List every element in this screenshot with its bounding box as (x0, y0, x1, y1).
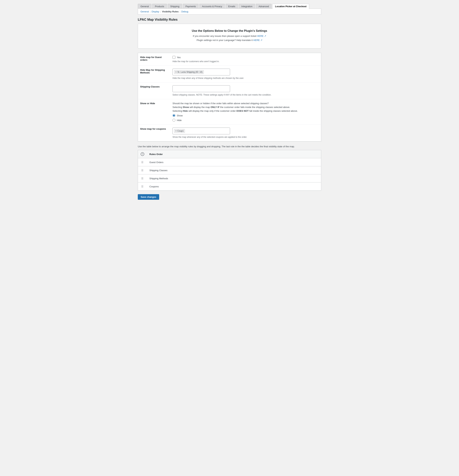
sub-navigation: General | Display | Visibility Rules | D… (138, 9, 321, 15)
coupon-tag: × Coup1 (174, 129, 185, 133)
sub-nav-debug[interactable]: Debug (181, 10, 188, 13)
row-hide-guest: Hide map for Guest orders Yes Hide the m… (138, 53, 321, 66)
rules-table-header-row: ? Rules Order (138, 150, 321, 158)
label-hide-shipping-methods: Hide Map for Shipping Methods (138, 66, 170, 82)
only-if-bold: ONLY IF (211, 106, 220, 109)
row-show-or-hide: Show or Hide Should the map be shown or … (138, 99, 321, 125)
info-box-link1[interactable]: HERE ↗ (257, 35, 266, 37)
info-box-line2: Plugin settings not in your Language? He… (141, 39, 318, 42)
info-box: Use the Options Below to Change the Plug… (138, 24, 321, 49)
tab-emails[interactable]: Emails (226, 4, 238, 9)
tab-general[interactable]: General (138, 4, 151, 9)
checkbox-hide-guest[interactable] (172, 56, 175, 59)
label-show-or-hide: Show or Hide (138, 99, 170, 125)
desc-hide-shipping-methods: Hide the map when any of these shipping … (172, 77, 319, 79)
tab-shipping[interactable]: Shipping (168, 4, 182, 9)
row-hide-shipping-methods: Hide Map for Shipping Methods × St. Luci… (138, 66, 321, 82)
shipping-method-tag-value: St. Lucia Shipping (ID: 10) (177, 71, 203, 73)
page-title: LPAC Map Visibility Rules (138, 18, 321, 22)
shipping-method-tag: × St. Lucia Shipping (ID: 10) (174, 70, 204, 74)
info-box-link2[interactable]: HERE ↗ (253, 39, 262, 42)
table-row: ☰ Shipping Methods (138, 174, 321, 182)
tab-payments[interactable]: Payments (183, 4, 199, 9)
radio-show-text: Show (177, 114, 183, 117)
rules-section: Use the table below to arrange the map v… (138, 145, 321, 191)
rules-table-body: ☰ Guest Orders ☰ Shipping Classes ☰ Ship… (138, 158, 321, 191)
info-box-heading: Use the Options Below to Change the Plug… (141, 29, 318, 33)
coupon-tag-value: Coup1 (177, 130, 184, 132)
settings-wrapper: Hide map for Guest orders Yes Hide the m… (138, 53, 321, 142)
radio-hide-label[interactable]: Hide (172, 119, 319, 122)
tab-products[interactable]: Products (152, 4, 167, 9)
shipping-methods-input[interactable]: × St. Lucia Shipping (ID: 10) (172, 69, 230, 76)
sub-nav-general[interactable]: General (141, 10, 149, 13)
sub-nav-visibility-rules: Visibility Rules (162, 10, 179, 13)
label-hide-guest: Hide map for Guest orders (138, 53, 170, 66)
table-row: ☰ Shipping Classes (138, 166, 321, 174)
shipping-classes-input[interactable] (172, 85, 230, 92)
sub-nav-display[interactable]: Display (152, 10, 159, 13)
settings-table: Hide map for Guest orders Yes Hide the m… (138, 53, 321, 141)
show-or-hide-desc3: Selecting Hide will display the map only… (172, 110, 319, 112)
desc-shipping-classes: Select shipping classes. NOTE: These set… (172, 94, 319, 96)
sub-nav-sep-1: | (150, 10, 150, 13)
checkbox-hide-guest-label[interactable]: Yes (172, 56, 319, 59)
label-shipping-classes: Shipping Classes (138, 82, 170, 99)
desc-show-map-coupons: Show the map whenever any of the selecte… (172, 136, 319, 138)
drag-icon-coupons[interactable]: ☰ (141, 185, 143, 188)
rules-help-icon[interactable]: ? (141, 152, 144, 156)
show-bold: Show (183, 106, 189, 109)
label-show-map-coupons: Show map for coupons (138, 125, 170, 141)
coupons-input[interactable]: × Coup1 (172, 128, 230, 134)
info-box-line1: If you encounter any issues then please … (141, 35, 318, 37)
rule-coupons: Coupons (147, 182, 321, 191)
tab-location-picker[interactable]: Location Picker at Checkout (272, 4, 309, 9)
rule-guest-orders: Guest Orders (147, 158, 321, 166)
tab-advanced[interactable]: Advanced (256, 4, 272, 9)
show-or-hide-desc1: Should the map be shown or hidden if the… (172, 102, 319, 105)
radio-hide[interactable] (172, 119, 175, 122)
sub-nav-sep-2: | (160, 10, 161, 13)
rules-description: Use the table below to arrange the map v… (138, 145, 321, 148)
show-or-hide-desc2: Selecting Show will display the map ONLY… (172, 106, 319, 109)
rules-table-header: Rules Order (147, 150, 321, 158)
rules-table: ? Rules Order ☰ Guest Orders ☰ Shipping … (138, 150, 321, 191)
radio-hide-text: Hide (177, 119, 182, 122)
drag-icon-shipping-methods[interactable]: ☰ (141, 177, 143, 180)
table-row: ☰ Coupons (138, 182, 321, 191)
row-show-map-coupons: Show map for coupons × Coup1 Show the ma… (138, 125, 321, 141)
desc-hide-guest: Hide the map for customers who aren't lo… (172, 60, 319, 63)
coupon-tag-close[interactable]: × (175, 130, 177, 132)
radio-show[interactable] (172, 114, 175, 117)
row-shipping-classes: Shipping Classes Select shipping classes… (138, 82, 321, 99)
save-button[interactable]: Save changes (138, 194, 159, 200)
drag-icon-shipping-classes[interactable]: ☰ (141, 169, 143, 172)
table-row: ☰ Guest Orders (138, 158, 321, 166)
tab-integration[interactable]: Integration (239, 4, 255, 9)
shipping-method-tag-close[interactable]: × (175, 71, 177, 73)
checkbox-hide-guest-text: Yes (177, 56, 181, 59)
radio-group-show-hide: Show Hide (172, 114, 319, 122)
does-not-bold: DOES NOT (237, 110, 249, 112)
sub-nav-sep-3: | (180, 10, 180, 13)
drag-icon-guest-orders[interactable]: ☰ (141, 161, 143, 164)
radio-show-label[interactable]: Show (172, 114, 319, 117)
tab-accounts-privacy[interactable]: Accounts & Privacy (199, 4, 225, 9)
rule-shipping-classes: Shipping Classes (147, 166, 321, 174)
tab-bar: General Products Shipping Payments Accou… (138, 2, 321, 9)
hide-bold: Hide (183, 110, 188, 112)
rule-shipping-methods: Shipping Methods (147, 174, 321, 182)
